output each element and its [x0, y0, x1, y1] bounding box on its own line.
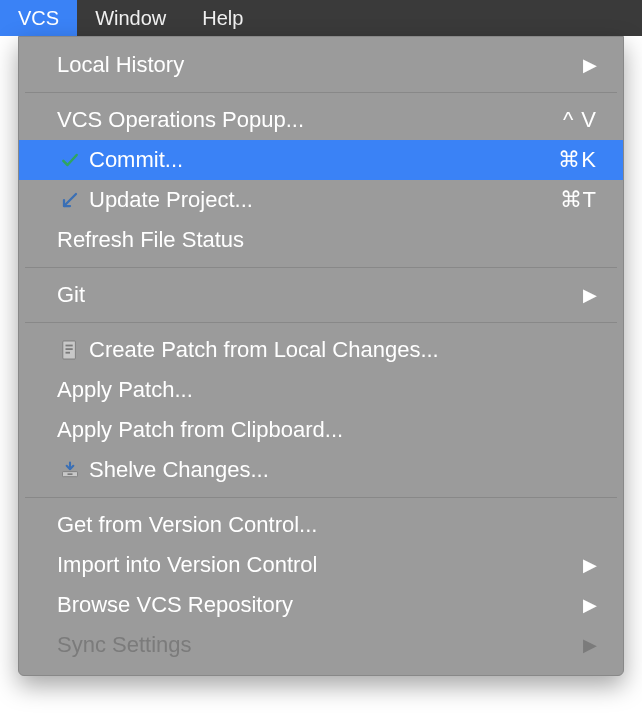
menu-item-refresh-file-status[interactable]: Refresh File Status	[19, 220, 623, 260]
menu-item-label: Git	[57, 282, 571, 308]
menu-item-commit[interactable]: Commit... ⌘K	[19, 140, 623, 180]
menubar-item-vcs[interactable]: VCS	[0, 0, 77, 36]
menu-item-update-project[interactable]: Update Project... ⌘T	[19, 180, 623, 220]
menu-item-shortcut: ⌘T	[560, 187, 597, 213]
menu-separator	[25, 322, 617, 323]
menu-item-label: Sync Settings	[57, 632, 571, 658]
menu-separator	[25, 267, 617, 268]
menubar: VCS Window Help	[0, 0, 642, 36]
svg-rect-6	[68, 473, 73, 475]
menubar-item-help[interactable]: Help	[184, 0, 261, 36]
menu-item-shelve-changes[interactable]: Shelve Changes...	[19, 450, 623, 490]
menu-item-label: Import into Version Control	[57, 552, 571, 578]
menu-item-label: Update Project...	[89, 187, 560, 213]
patch-file-icon	[57, 339, 83, 361]
menu-item-shortcut: ^ V	[563, 107, 597, 133]
submenu-arrow-icon: ▶	[583, 634, 597, 656]
menu-item-label: Refresh File Status	[57, 227, 597, 253]
menu-item-label: Commit...	[89, 147, 558, 173]
menu-item-vcs-operations-popup[interactable]: VCS Operations Popup... ^ V	[19, 100, 623, 140]
submenu-arrow-icon: ▶	[583, 554, 597, 576]
submenu-arrow-icon: ▶	[583, 284, 597, 306]
menu-item-label: Apply Patch from Clipboard...	[57, 417, 597, 443]
update-arrow-icon	[57, 191, 83, 209]
menubar-item-window[interactable]: Window	[77, 0, 184, 36]
menu-item-browse-vcs-repository[interactable]: Browse VCS Repository ▶	[19, 585, 623, 625]
menubar-label: VCS	[18, 7, 59, 30]
menu-item-label: Get from Version Control...	[57, 512, 597, 538]
menu-item-label: Local History	[57, 52, 571, 78]
checkmark-icon	[57, 150, 83, 170]
menu-separator	[25, 497, 617, 498]
submenu-arrow-icon: ▶	[583, 594, 597, 616]
shelve-icon	[57, 460, 83, 480]
menu-separator	[25, 92, 617, 93]
menu-item-label: Create Patch from Local Changes...	[89, 337, 597, 363]
vcs-dropdown-menu: Local History ▶ VCS Operations Popup... …	[18, 36, 624, 676]
menu-item-label: VCS Operations Popup...	[57, 107, 563, 133]
menu-item-label: Shelve Changes...	[89, 457, 597, 483]
svg-line-0	[64, 194, 76, 206]
menu-item-import-into-version-control[interactable]: Import into Version Control ▶	[19, 545, 623, 585]
menu-item-label: Browse VCS Repository	[57, 592, 571, 618]
menu-item-git[interactable]: Git ▶	[19, 275, 623, 315]
submenu-arrow-icon: ▶	[583, 54, 597, 76]
menu-item-apply-patch-clipboard[interactable]: Apply Patch from Clipboard...	[19, 410, 623, 450]
menu-item-apply-patch[interactable]: Apply Patch...	[19, 370, 623, 410]
menu-item-get-from-version-control[interactable]: Get from Version Control...	[19, 505, 623, 545]
svg-rect-2	[66, 345, 73, 347]
menu-item-create-patch[interactable]: Create Patch from Local Changes...	[19, 330, 623, 370]
menubar-label: Window	[95, 7, 166, 30]
menu-item-sync-settings: Sync Settings ▶	[19, 625, 623, 665]
svg-rect-3	[66, 348, 73, 350]
menubar-label: Help	[202, 7, 243, 30]
menu-item-local-history[interactable]: Local History ▶	[19, 45, 623, 85]
svg-rect-4	[66, 352, 71, 354]
menu-item-shortcut: ⌘K	[558, 147, 597, 173]
menu-item-label: Apply Patch...	[57, 377, 597, 403]
